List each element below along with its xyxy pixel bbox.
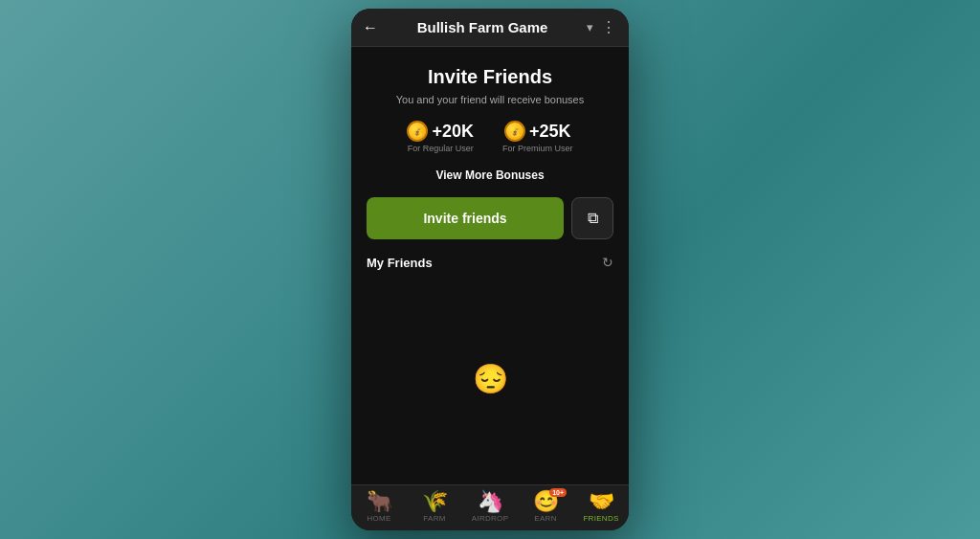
invite-row: Invite friends ⧉ [367, 197, 613, 239]
invite-title: Invite Friends [367, 66, 613, 88]
nav-label-farm: FARM [423, 514, 445, 523]
regular-bonus-item: 💰 +20K For Regular User [407, 121, 474, 153]
premium-bonus-item: 💰 +25K For Premium User [502, 121, 573, 153]
top-bar: ← Bullish Farm Game ▾ ⋮ [351, 9, 629, 47]
empty-emoji: 😔 [473, 362, 508, 395]
airdrop-icon: 🦄 [478, 491, 503, 512]
copy-link-button[interactable]: ⧉ [571, 197, 613, 239]
phone-frame: ← Bullish Farm Game ▾ ⋮ Invite Friends Y… [351, 9, 629, 530]
premium-bonus-value: +25K [529, 122, 571, 142]
invite-friends-button[interactable]: Invite friends [367, 197, 564, 239]
my-friends-row: My Friends ↻ [367, 255, 613, 270]
farm-icon: 🌾 [422, 491, 448, 512]
premium-bonus-amount: 💰 +25K [504, 121, 571, 142]
more-options-icon[interactable]: ⋮ [601, 18, 617, 36]
regular-bonus-amount: 💰 +20K [407, 121, 474, 142]
nav-item-home[interactable]: 🐂 HOME [356, 491, 402, 523]
nav-label-earn: EARN [534, 514, 556, 523]
view-more-bonuses-link[interactable]: View More Bonuses [367, 168, 613, 182]
back-button[interactable]: ← [363, 19, 378, 36]
earn-badge: 10+ [549, 488, 567, 497]
nav-label-friends: FRIENDS [583, 514, 618, 523]
invite-subtitle: You and your friend will receive bonuses [367, 94, 613, 105]
my-friends-label: My Friends [367, 256, 433, 270]
coin-icon-premium: 💰 [504, 121, 525, 142]
nav-item-friends[interactable]: 🤝 FRIENDS [578, 491, 624, 523]
nav-label-airdrop: AIRDROP [472, 514, 509, 523]
copy-icon: ⧉ [588, 210, 598, 227]
premium-bonus-label: For Premium User [502, 144, 573, 153]
home-icon: 🐂 [367, 491, 392, 512]
refresh-icon[interactable]: ↻ [602, 255, 613, 270]
chevron-down-icon[interactable]: ▾ [587, 20, 593, 34]
app-title: Bullish Farm Game [386, 19, 579, 35]
main-content: Invite Friends You and your friend will … [351, 47, 629, 484]
nav-label-home: HOME [367, 514, 390, 523]
bottom-nav: 🐂 HOME 🌾 FARM 🦄 AIRDROP 10+ 😊 EARN 🤝 FRI… [351, 484, 629, 530]
nav-item-earn[interactable]: 10+ 😊 EARN [523, 491, 568, 523]
regular-bonus-label: For Regular User [408, 144, 474, 153]
friends-empty-state: 😔 [367, 281, 613, 475]
nav-item-farm[interactable]: 🌾 FARM [412, 491, 457, 523]
coin-icon-regular: 💰 [407, 121, 428, 142]
bonus-row: 💰 +20K For Regular User 💰 +25K For Premi… [367, 121, 613, 153]
nav-item-airdrop[interactable]: 🦄 AIRDROP [467, 491, 513, 523]
friends-icon: 🤝 [589, 491, 614, 512]
regular-bonus-value: +20K [432, 122, 474, 142]
